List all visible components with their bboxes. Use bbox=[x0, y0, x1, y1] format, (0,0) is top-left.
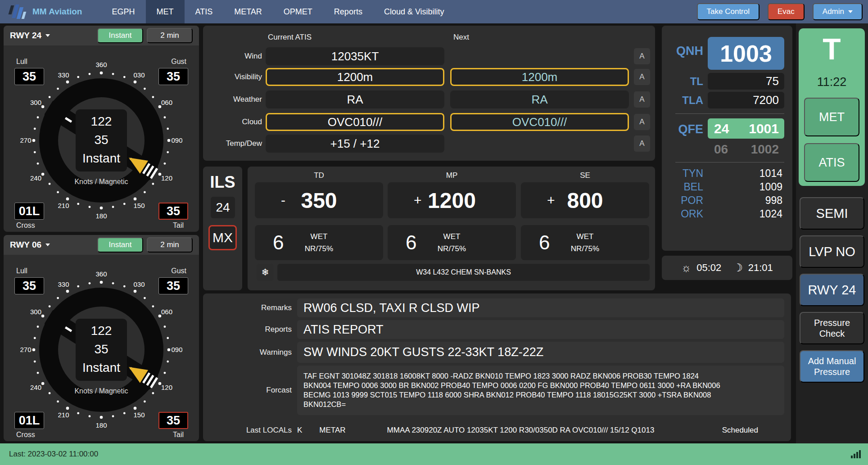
visibility-next-field[interactable]: 1200m bbox=[450, 68, 629, 86]
td-friction: NR/75% bbox=[305, 244, 333, 253]
se-value: 800 bbox=[521, 182, 649, 218]
svg-text:360: 360 bbox=[95, 61, 107, 68]
qnh-label: QNH bbox=[662, 44, 703, 58]
admin-menu-button[interactable]: Admin bbox=[813, 3, 863, 20]
weather-current-field[interactable]: RA bbox=[266, 90, 444, 108]
qfe-inactive-row[interactable]: 06 1002 bbox=[708, 142, 784, 157]
nav-item-metar[interactable]: METAR bbox=[223, 0, 273, 23]
mode-button-2min[interactable]: 2 min bbox=[147, 28, 193, 43]
svg-text:120: 120 bbox=[161, 174, 172, 182]
svg-text:270: 270 bbox=[20, 346, 32, 353]
wind-current-field[interactable]: 12035KT bbox=[266, 47, 444, 65]
cloud-ack-button[interactable]: A bbox=[634, 114, 650, 130]
nav-item-met[interactable]: MET bbox=[146, 0, 185, 23]
td-value-field[interactable]: - 350 bbox=[255, 182, 383, 218]
pressure-check-button[interactable]: Pressure Check bbox=[800, 312, 864, 344]
nav-item-egph[interactable]: EGPH bbox=[101, 0, 145, 23]
svg-text:330: 330 bbox=[58, 280, 69, 288]
visibility-current-field[interactable]: 1200m bbox=[266, 68, 444, 86]
forecast-label: Forcast bbox=[203, 366, 292, 415]
cloud-current-field[interactable]: OVC010/// bbox=[266, 113, 444, 131]
forecast-field[interactable]: TAF EGNT 301048Z 301818 16008KT 8000 -RA… bbox=[297, 366, 784, 415]
runway-selector[interactable]: RWY 06 bbox=[10, 240, 50, 250]
next-atis-header: Next bbox=[453, 33, 469, 42]
weather-next-field[interactable]: RA bbox=[450, 90, 629, 108]
lvp-button[interactable]: LVP NO bbox=[800, 235, 864, 268]
runway-selector[interactable]: RWY 24 bbox=[10, 31, 50, 41]
admin-label: Admin bbox=[823, 7, 844, 16]
svg-text:360: 360 bbox=[95, 270, 107, 278]
tempdew-current-field[interactable]: +15 / +12 bbox=[266, 135, 444, 153]
reports-field[interactable]: ATIS REPORT bbox=[297, 320, 784, 339]
mp-value-field[interactable]: + 1200 bbox=[388, 182, 516, 218]
mp-surface-field[interactable]: 6 WET NR/75% bbox=[388, 225, 516, 260]
qfe-label: QFE bbox=[662, 122, 703, 136]
wind-panel-rwy24: RWY 24 Instant 2 min Lull 35 Gust 35 360… bbox=[4, 26, 199, 232]
wind-dial: 3600300600901201501802102402703003301223… bbox=[20, 59, 182, 221]
qnh-value-button[interactable]: 1003 bbox=[708, 37, 784, 70]
svg-text:120: 120 bbox=[161, 384, 172, 391]
crosswind-label: Cross bbox=[16, 431, 35, 439]
svg-text:030: 030 bbox=[133, 280, 145, 288]
snowflake-icon[interactable]: ❄ bbox=[257, 264, 274, 281]
trend-card[interactable]: T 11:22 MET ATIS bbox=[799, 28, 865, 186]
tempdew-row-label: Temp/Dew bbox=[203, 135, 262, 153]
cloud-next-field[interactable]: OVC010/// bbox=[450, 113, 629, 131]
wind-panel-header: RWY 06 Instant 2 min bbox=[4, 235, 199, 255]
status-bar: Last: 2023-03-02 11:00:00 bbox=[0, 443, 868, 465]
sun-times-panel: ☼ 05:02 ☽ 21:01 bbox=[662, 256, 792, 280]
td-surface-field[interactable]: 6 WET NR/75% bbox=[255, 225, 383, 260]
runway-24-button[interactable]: RWY 24 bbox=[800, 274, 864, 306]
remarks-label: Remarks bbox=[203, 298, 292, 317]
visibility-ack-button[interactable]: A bbox=[634, 69, 650, 85]
brand-name[interactable]: MM Aviation bbox=[32, 7, 82, 17]
add-manual-pressure-button[interactable]: Add Manual Pressure bbox=[800, 350, 864, 383]
svg-text:210: 210 bbox=[58, 202, 69, 209]
trend-letter: T bbox=[799, 32, 865, 66]
weather-ack-button[interactable]: A bbox=[634, 91, 650, 108]
mode-button-2min[interactable]: 2 min bbox=[147, 237, 193, 253]
svg-text:240: 240 bbox=[30, 174, 41, 182]
svg-text:180: 180 bbox=[95, 212, 107, 220]
nav-item-reports[interactable]: Reports bbox=[323, 0, 373, 23]
nav-item-atis[interactable]: ATIS bbox=[185, 0, 224, 23]
divider bbox=[675, 162, 784, 163]
svg-text:300: 300 bbox=[30, 308, 41, 316]
qfe-runway: 06 bbox=[714, 142, 728, 157]
nav-item-opmet[interactable]: OPMET bbox=[273, 0, 323, 23]
mode-button-instant[interactable]: Instant bbox=[97, 237, 143, 253]
se-value-field[interactable]: + 800 bbox=[521, 182, 649, 218]
nav-item-cloud-visibility[interactable]: Cloud & Visibility bbox=[373, 0, 455, 23]
remarks-field[interactable]: RW06 CLSD, TAXI R CLSD WIP bbox=[297, 298, 784, 317]
locals-status: Scheduled bbox=[722, 426, 758, 435]
se-surface-field[interactable]: 6 WET NR/75% bbox=[521, 225, 649, 260]
crosswind-label: Cross bbox=[16, 221, 35, 230]
met-button[interactable]: MET bbox=[804, 98, 859, 136]
warnings-label: Warnings bbox=[203, 342, 292, 363]
take-control-button[interactable]: Take Control bbox=[697, 3, 760, 20]
ils-runway-button[interactable]: 24 bbox=[211, 197, 235, 218]
station-por-label: POR bbox=[662, 194, 703, 207]
svg-text:Knots / Magnetic: Knots / Magnetic bbox=[74, 387, 128, 395]
warnings-field[interactable]: SW WINDS 20KT GUSTS 22-33KT 18Z-22Z bbox=[297, 342, 784, 363]
navbar: MM Aviation EGPH MET ATIS METAR OPMET Re… bbox=[0, 0, 868, 23]
sunrise-time: 05:02 bbox=[696, 262, 721, 274]
tla-value: 7200 bbox=[708, 92, 784, 108]
svg-text:122: 122 bbox=[91, 324, 112, 338]
qfe-active-button[interactable]: 24 1001 bbox=[708, 118, 784, 139]
tempdew-ack-button[interactable]: A bbox=[634, 135, 650, 152]
evac-button[interactable]: Evac bbox=[768, 3, 805, 20]
runway-info-bar[interactable]: W34 L432 CHEM SN-BANKS bbox=[277, 264, 650, 281]
mp-sign: + bbox=[414, 193, 422, 208]
sunset-time: 21:01 bbox=[748, 262, 773, 274]
svg-text:35: 35 bbox=[94, 133, 108, 147]
wind-ack-button[interactable]: A bbox=[634, 48, 650, 64]
mode-button-instant[interactable]: Instant bbox=[97, 28, 143, 43]
wind-panel-rwy06: RWY 06 Instant 2 min Lull 35 Gust 35 360… bbox=[4, 235, 199, 441]
atis-button[interactable]: ATIS bbox=[804, 143, 859, 182]
ils-maintenance-button[interactable]: MX bbox=[208, 225, 237, 250]
svg-text:330: 330 bbox=[58, 71, 69, 79]
ils-card: ILS 24 MX bbox=[203, 167, 242, 290]
semi-button[interactable]: SEMI bbox=[800, 197, 864, 230]
chevron-down-icon bbox=[45, 34, 50, 37]
